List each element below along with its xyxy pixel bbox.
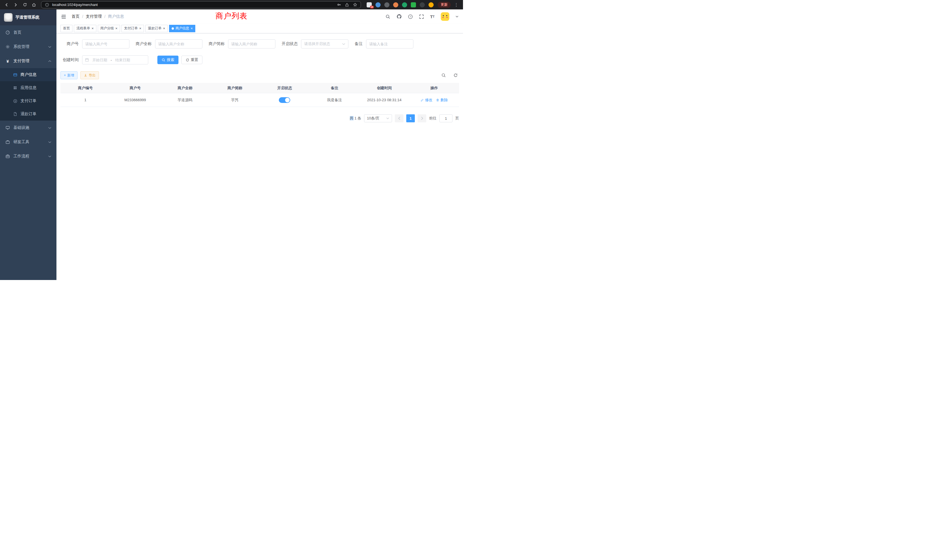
- tab-user-group[interactable]: 用户分组 ×: [98, 25, 120, 32]
- close-icon[interactable]: ×: [163, 27, 165, 30]
- extension-icon-5[interactable]: [402, 2, 407, 8]
- close-icon[interactable]: ×: [139, 27, 141, 30]
- sidebar-item-label: 支付管理: [14, 59, 29, 64]
- sidebar-item-app-info[interactable]: 应用信息: [0, 81, 56, 94]
- sidebar-item-dev-tools[interactable]: 研发工具: [0, 135, 56, 149]
- field-status: 开启状态 请选择开启状态: [282, 39, 348, 48]
- navbar-actions: ? TT: [386, 12, 458, 21]
- url-bar[interactable]: localhost:1024/pay/merchant: [41, 1, 361, 8]
- browser-reload-icon[interactable]: [21, 1, 29, 9]
- page-info-icon[interactable]: [44, 2, 50, 8]
- goto-page-input[interactable]: [439, 114, 452, 122]
- pagination-total-selected: 共: [350, 116, 354, 120]
- browser-menu-icon[interactable]: ⋮: [452, 2, 460, 8]
- prev-page-button[interactable]: [395, 114, 403, 122]
- sidebar-item-infra[interactable]: 基础设施: [0, 121, 56, 135]
- toggle-search-icon[interactable]: [441, 73, 446, 77]
- url-text[interactable]: localhost:1024/pay/merchant: [52, 3, 334, 7]
- monitor-icon: [5, 126, 10, 130]
- extension-icon-2[interactable]: [375, 2, 381, 8]
- browser-back-icon[interactable]: [3, 1, 10, 9]
- tags-view: 首页 流程表单 × 用户分组 × 支付订单 × 退款订单 × 商户信息 ×: [56, 24, 463, 33]
- date-range-picker[interactable]: -: [82, 55, 148, 64]
- tab-refund-order[interactable]: 退款订单 ×: [145, 25, 168, 32]
- tab-process-form[interactable]: 流程表单 ×: [74, 25, 96, 32]
- search-button[interactable]: 搜索: [157, 56, 179, 64]
- avatar-caret-icon[interactable]: [455, 16, 458, 17]
- share-icon[interactable]: [344, 2, 350, 8]
- date-start-input[interactable]: [90, 58, 109, 62]
- tab-pay-order[interactable]: 支付订单 ×: [121, 25, 144, 32]
- tab-merchant-info[interactable]: 商户信息 ×: [169, 25, 195, 32]
- breadcrumb-item-home[interactable]: 首页: [71, 14, 80, 19]
- sidebar-item-merchant-info[interactable]: 商户信息: [0, 68, 56, 81]
- browser-home-icon[interactable]: [30, 1, 38, 9]
- search-form-row-1: 商户号 商户全称 商户简称 开启状态 请选择开启状态: [61, 39, 459, 48]
- close-icon[interactable]: ×: [115, 27, 118, 30]
- date-end-input[interactable]: [113, 58, 132, 62]
- page-number-1[interactable]: 1: [406, 114, 415, 122]
- tab-label: 退款订单: [148, 26, 162, 31]
- sidebar-item-workflow[interactable]: 工作流程: [0, 149, 56, 163]
- sidebar-item-label: 系统管理: [14, 44, 29, 49]
- extension-icon-4[interactable]: [393, 2, 398, 8]
- cell-remark: 我是备注: [310, 97, 360, 103]
- field-remark: 备注: [355, 39, 413, 48]
- cell-actions: 修改 删除: [409, 97, 459, 103]
- sidebar-item-payment[interactable]: ¥ 支付管理: [0, 54, 56, 68]
- browser-update-button[interactable]: 更新: [437, 2, 451, 8]
- sidebar-item-pay-order[interactable]: 支付订单: [0, 94, 56, 107]
- export-button[interactable]: 导出: [80, 71, 99, 79]
- reset-button[interactable]: 重置: [181, 56, 203, 64]
- github-icon[interactable]: [396, 14, 402, 19]
- merchant-full-name-input[interactable]: [158, 42, 199, 46]
- merchant-no-input[interactable]: [85, 42, 126, 46]
- remark-input[interactable]: [369, 42, 410, 46]
- sidebar-item-refund-order[interactable]: 退款订单: [0, 107, 56, 121]
- trash-icon: [436, 98, 439, 102]
- chevron-down-icon: [342, 43, 345, 45]
- field-create-time: 创建时间 -: [61, 55, 148, 64]
- font-size-icon[interactable]: TT: [430, 14, 434, 19]
- breadcrumb-separator: /: [82, 14, 83, 19]
- breadcrumb-item-payment[interactable]: 支付管理: [86, 14, 102, 19]
- search-icon[interactable]: [386, 14, 390, 19]
- briefcase-icon: [5, 154, 10, 159]
- hamburger-icon[interactable]: [61, 14, 67, 20]
- extension-icon-1[interactable]: 10: [367, 2, 372, 8]
- delete-link[interactable]: 删除: [436, 97, 448, 103]
- close-icon[interactable]: ×: [92, 27, 94, 30]
- extension-icon-8[interactable]: [428, 2, 434, 8]
- field-label: 商户号: [61, 41, 82, 47]
- browser-chrome: localhost:1024/pay/merchant 10 更新 ⋮: [0, 0, 463, 9]
- refresh-table-icon[interactable]: [453, 73, 458, 77]
- field-label: 创建时间: [61, 57, 82, 62]
- status-toggle[interactable]: [279, 97, 290, 103]
- sidebar-item-system[interactable]: 系统管理: [0, 39, 56, 54]
- next-page-button[interactable]: [418, 114, 426, 122]
- sidebar-logo[interactable]: 芋道管理系统: [0, 9, 56, 26]
- edit-link[interactable]: 修改: [421, 97, 433, 103]
- status-select[interactable]: 请选择开启状态: [301, 39, 348, 48]
- sidebar-item-home[interactable]: 首页: [0, 26, 56, 39]
- close-icon[interactable]: ×: [191, 27, 193, 30]
- download-icon: [84, 74, 87, 77]
- user-avatar[interactable]: [441, 12, 449, 21]
- breadcrumb-item-current: 商户信息: [108, 14, 124, 19]
- page-size-select[interactable]: 10条/页: [364, 114, 392, 122]
- merchant-short-name-input[interactable]: [231, 42, 272, 46]
- help-icon[interactable]: ?: [408, 14, 413, 19]
- extension-icon-3[interactable]: [384, 2, 389, 8]
- edit-label: 修改: [425, 97, 433, 103]
- add-button[interactable]: + 新增: [61, 71, 77, 79]
- fullscreen-icon[interactable]: [419, 14, 424, 19]
- browser-forward-icon[interactable]: [12, 1, 20, 9]
- field-label: 商户简称: [209, 41, 228, 47]
- extension-icon-6[interactable]: [411, 2, 416, 8]
- toolbox-icon: [5, 140, 10, 144]
- tab-home[interactable]: 首页: [61, 25, 73, 32]
- active-dot: [172, 27, 174, 30]
- extension-icon-7[interactable]: [420, 2, 425, 8]
- password-key-icon[interactable]: [336, 2, 342, 8]
- bookmark-star-icon[interactable]: [352, 2, 358, 8]
